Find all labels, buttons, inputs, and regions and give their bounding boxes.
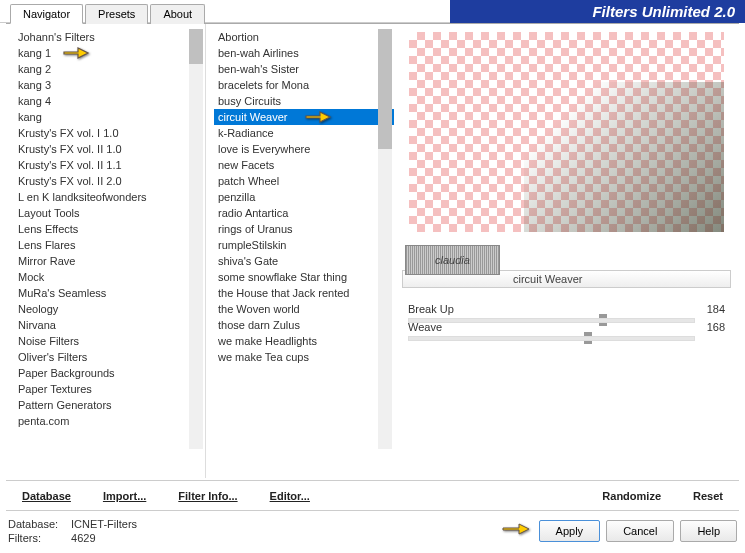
- editor-button[interactable]: Editor...: [254, 488, 326, 504]
- category-item[interactable]: Johann's Filters: [14, 29, 205, 45]
- category-item[interactable]: Paper Textures: [14, 381, 205, 397]
- category-item[interactable]: kang 2: [14, 61, 205, 77]
- slider-break-up[interactable]: Break Up184: [402, 300, 731, 318]
- category-item[interactable]: Krusty's FX vol. I 1.0: [14, 125, 205, 141]
- category-item[interactable]: kang 1: [14, 45, 205, 61]
- category-item[interactable]: Neology: [14, 301, 205, 317]
- category-item[interactable]: Krusty's FX vol. II 1.0: [14, 141, 205, 157]
- category-item[interactable]: Mock: [14, 269, 205, 285]
- filter-item[interactable]: ben-wah Airlines: [214, 45, 394, 61]
- filter-item[interactable]: rumpleStilskin: [214, 237, 394, 253]
- filter-list[interactable]: Abortionben-wah Airlinesben-wah's Sister…: [214, 29, 394, 449]
- help-button[interactable]: Help: [680, 520, 737, 542]
- filter-item[interactable]: radio Antartica: [214, 205, 394, 221]
- category-item[interactable]: kang 4: [14, 93, 205, 109]
- preview-image: [409, 32, 724, 232]
- filter-info-button[interactable]: Filter Info...: [162, 488, 253, 504]
- tab-navigator[interactable]: Navigator: [10, 4, 83, 24]
- filter-item[interactable]: patch Wheel: [214, 173, 394, 189]
- category-item[interactable]: Krusty's FX vol. II 1.1: [14, 157, 205, 173]
- category-item[interactable]: L en K landksiteofwonders: [14, 189, 205, 205]
- category-item[interactable]: MuRa's Seamless: [14, 285, 205, 301]
- filter-item[interactable]: shiva's Gate: [214, 253, 394, 269]
- filter-item[interactable]: those darn Zulus: [214, 317, 394, 333]
- filter-item[interactable]: Abortion: [214, 29, 394, 45]
- slider-handle[interactable]: [584, 332, 592, 344]
- category-item[interactable]: Lens Flares: [14, 237, 205, 253]
- category-item[interactable]: Nirvana: [14, 317, 205, 333]
- app-title: Filters Unlimited 2.0: [592, 3, 735, 20]
- current-filter-name: circuit Weaver: [513, 273, 582, 285]
- filter-item[interactable]: circuit Weaver: [214, 109, 394, 125]
- slider-value: 184: [695, 303, 725, 315]
- randomize-button[interactable]: Randomize: [586, 488, 677, 504]
- cancel-button[interactable]: Cancel: [606, 520, 674, 542]
- header-band: Filters Unlimited 2.0: [450, 0, 745, 23]
- parameter-sliders: Break Up184Weave168: [402, 300, 731, 336]
- category-item[interactable]: Krusty's FX vol. II 2.0: [14, 173, 205, 189]
- category-item[interactable]: Lens Effects: [14, 221, 205, 237]
- category-scrollbar[interactable]: [189, 29, 203, 449]
- slider-weave[interactable]: Weave168: [402, 318, 731, 336]
- toolbar: Database Import... Filter Info... Editor…: [6, 480, 739, 506]
- apply-button[interactable]: Apply: [539, 520, 601, 542]
- watermark: claudia: [405, 245, 500, 275]
- category-item[interactable]: Paper Backgrounds: [14, 365, 205, 381]
- filter-item[interactable]: love is Everywhere: [214, 141, 394, 157]
- reset-button[interactable]: Reset: [677, 488, 739, 504]
- category-item[interactable]: penta.com: [14, 413, 205, 429]
- filter-item[interactable]: some snowflake Star thing: [214, 269, 394, 285]
- category-item[interactable]: kang 3: [14, 77, 205, 93]
- filter-item[interactable]: we make Tea cups: [214, 349, 394, 365]
- slider-value: 168: [695, 321, 725, 333]
- filter-item[interactable]: the House that Jack rented: [214, 285, 394, 301]
- category-item[interactable]: Layout Tools: [14, 205, 205, 221]
- category-panel: Johann's Filterskang 1kang 2kang 3kang 4…: [6, 24, 206, 478]
- slider-label: Weave: [408, 321, 442, 333]
- filter-panel: Abortionben-wah Airlinesben-wah's Sister…: [206, 24, 394, 478]
- filter-item[interactable]: new Facets: [214, 157, 394, 173]
- main-panel: Johann's Filterskang 1kang 2kang 3kang 4…: [6, 23, 739, 478]
- slider-label: Break Up: [408, 303, 454, 315]
- category-item[interactable]: Pattern Generators: [14, 397, 205, 413]
- category-item[interactable]: kang: [14, 109, 205, 125]
- category-item[interactable]: Oliver's Filters: [14, 349, 205, 365]
- category-list[interactable]: Johann's Filterskang 1kang 2kang 3kang 4…: [14, 29, 205, 449]
- filter-item[interactable]: busy Circuits: [214, 93, 394, 109]
- filter-item[interactable]: rings of Uranus: [214, 221, 394, 237]
- database-button[interactable]: Database: [6, 488, 87, 504]
- tabs: NavigatorPresetsAbout: [10, 4, 207, 24]
- filter-item[interactable]: the Woven world: [214, 301, 394, 317]
- filter-item[interactable]: bracelets for Mona: [214, 77, 394, 93]
- filter-item[interactable]: ben-wah's Sister: [214, 61, 394, 77]
- import-button[interactable]: Import...: [87, 488, 162, 504]
- tab-about[interactable]: About: [150, 4, 205, 24]
- filter-item[interactable]: we make Headlights: [214, 333, 394, 349]
- filter-item[interactable]: penzilla: [214, 189, 394, 205]
- pointer-icon: [501, 518, 531, 540]
- category-item[interactable]: Mirror Rave: [14, 253, 205, 269]
- status-info: Database: ICNET-Filters Filters: 4629: [8, 517, 137, 545]
- tab-presets[interactable]: Presets: [85, 4, 148, 24]
- filter-scrollbar[interactable]: [378, 29, 392, 449]
- filter-item[interactable]: k-Radiance: [214, 125, 394, 141]
- category-item[interactable]: Noise Filters: [14, 333, 205, 349]
- footer: Database: ICNET-Filters Filters: 4629 Ap…: [6, 510, 739, 550]
